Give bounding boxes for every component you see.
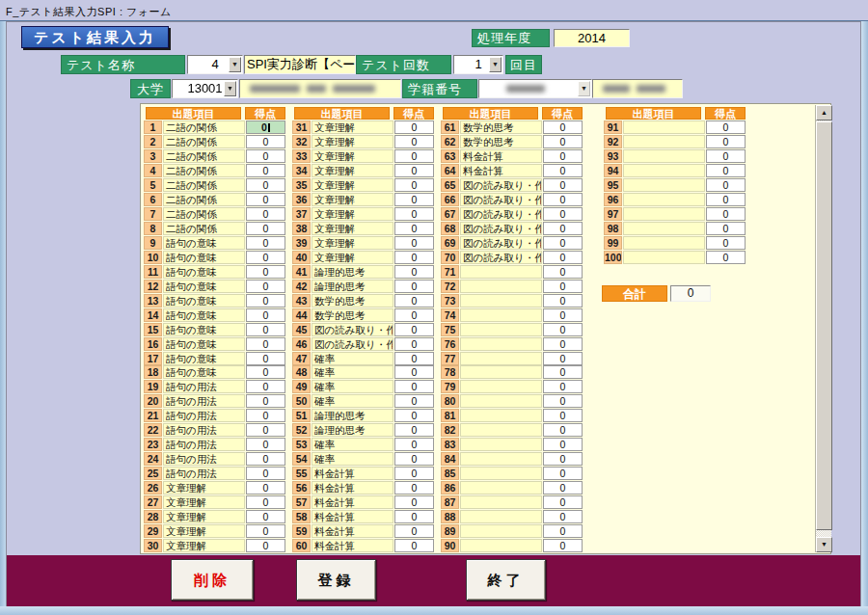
- item-cell[interactable]: [623, 222, 705, 235]
- item-cell[interactable]: 文章理解: [312, 178, 393, 192]
- score-cell[interactable]: 0: [246, 207, 285, 221]
- score-cell[interactable]: 0: [394, 323, 434, 336]
- item-cell[interactable]: [460, 323, 542, 336]
- item-cell[interactable]: 料金計算: [312, 467, 393, 480]
- item-cell[interactable]: 図の読み取り・作成: [460, 236, 542, 250]
- item-cell[interactable]: 二語の関係: [163, 149, 245, 163]
- score-cell[interactable]: 0: [246, 308, 285, 322]
- score-cell[interactable]: 0: [394, 394, 434, 408]
- item-cell[interactable]: 文章理解: [163, 510, 245, 523]
- score-cell[interactable]: 0: [246, 251, 285, 264]
- score-cell[interactable]: 0: [394, 236, 434, 250]
- score-cell[interactable]: 0: [543, 423, 583, 437]
- item-cell[interactable]: [460, 539, 542, 552]
- item-cell[interactable]: 語句の用法: [163, 409, 245, 422]
- item-cell[interactable]: 語句の意味: [163, 337, 245, 351]
- score-cell[interactable]: 0: [543, 352, 583, 365]
- score-cell[interactable]: 0: [246, 539, 285, 552]
- item-cell[interactable]: [623, 178, 705, 192]
- score-cell[interactable]: 0: [543, 164, 583, 177]
- score-cell[interactable]: 0: [246, 222, 285, 235]
- exit-button[interactable]: 終了: [466, 559, 546, 601]
- item-cell[interactable]: 文章理解: [163, 539, 245, 552]
- test-name-text[interactable]: SPI実力診断【ペーパーテス: [244, 55, 356, 74]
- score-cell[interactable]: 0: [394, 178, 434, 192]
- score-cell[interactable]: 0: [246, 409, 285, 422]
- score-cell[interactable]: 0: [706, 120, 746, 134]
- score-cell[interactable]: 0: [706, 222, 746, 235]
- score-cell[interactable]: 0: [394, 438, 434, 451]
- item-cell[interactable]: [623, 236, 705, 250]
- item-cell[interactable]: 語句の意味: [163, 365, 245, 379]
- student-name-field-redacted[interactable]: [592, 79, 683, 98]
- item-cell[interactable]: 文章理解: [312, 164, 393, 177]
- score-cell[interactable]: 0: [394, 308, 434, 322]
- score-cell[interactable]: 0: [394, 423, 434, 437]
- item-cell[interactable]: 二語の関係: [163, 178, 245, 192]
- chevron-down-icon[interactable]: ▼: [224, 81, 236, 96]
- item-cell[interactable]: [460, 337, 542, 351]
- score-cell[interactable]: 0: [246, 337, 285, 351]
- item-cell[interactable]: 二語の関係: [163, 164, 245, 177]
- item-cell[interactable]: 論理的思考: [312, 423, 393, 437]
- item-cell[interactable]: 文章理解: [163, 481, 245, 495]
- score-cell[interactable]: 0: [246, 481, 285, 495]
- score-cell[interactable]: 0: [394, 222, 434, 235]
- score-cell[interactable]: 0: [706, 236, 746, 250]
- item-cell[interactable]: 語句の用法: [163, 423, 245, 437]
- score-cell[interactable]: 0: [543, 467, 583, 480]
- item-cell[interactable]: 論理的思考: [312, 409, 393, 422]
- item-cell[interactable]: 数学的思考: [460, 135, 542, 148]
- item-cell[interactable]: 二語の関係: [163, 120, 245, 134]
- score-cell[interactable]: 0: [394, 337, 434, 351]
- score-cell[interactable]: 0: [543, 178, 583, 192]
- item-cell[interactable]: [460, 380, 542, 393]
- score-cell[interactable]: 0: [246, 352, 285, 365]
- item-cell[interactable]: 数学的思考: [312, 308, 393, 322]
- item-cell[interactable]: [623, 193, 705, 206]
- item-cell[interactable]: 料金計算: [460, 164, 542, 177]
- item-cell[interactable]: 論理的思考: [312, 265, 393, 279]
- score-cell[interactable]: 0: [543, 409, 583, 422]
- score-cell[interactable]: 0: [543, 193, 583, 206]
- score-cell[interactable]: 0: [246, 149, 285, 163]
- score-cell[interactable]: 0: [394, 380, 434, 393]
- score-cell[interactable]: 0: [246, 294, 285, 308]
- item-cell[interactable]: 文章理解: [312, 149, 393, 163]
- register-button[interactable]: 登録: [296, 559, 376, 601]
- score-cell[interactable]: 0: [543, 481, 583, 495]
- score-cell[interactable]: 0: [394, 251, 434, 264]
- item-cell[interactable]: 語句の意味: [163, 308, 245, 322]
- item-cell[interactable]: [460, 423, 542, 437]
- score-cell[interactable]: 0: [394, 164, 434, 177]
- item-cell[interactable]: [460, 294, 542, 308]
- item-cell[interactable]: 確率: [312, 452, 393, 466]
- item-cell[interactable]: 文章理解: [312, 222, 393, 235]
- score-cell[interactable]: 0: [543, 438, 583, 451]
- item-cell[interactable]: 確率: [312, 394, 393, 408]
- item-cell[interactable]: 数学的思考: [460, 120, 542, 134]
- score-cell[interactable]: 0: [543, 452, 583, 466]
- chevron-down-icon[interactable]: ▼: [578, 81, 590, 96]
- score-cell[interactable]: 0: [543, 365, 583, 379]
- item-cell[interactable]: 二語の関係: [163, 207, 245, 221]
- score-cell[interactable]: 0: [246, 178, 285, 192]
- score-cell[interactable]: 0: [394, 495, 434, 509]
- score-cell[interactable]: 0: [543, 380, 583, 393]
- chevron-down-icon[interactable]: ▼: [489, 57, 502, 72]
- item-cell[interactable]: 確率: [312, 380, 393, 393]
- score-cell[interactable]: 0: [543, 265, 583, 279]
- item-cell[interactable]: 料金計算: [312, 481, 393, 495]
- score-cell[interactable]: 0: [246, 280, 285, 293]
- item-cell[interactable]: [460, 308, 542, 322]
- item-cell[interactable]: 語句の用法: [163, 467, 245, 480]
- score-cell[interactable]: 0: [706, 207, 746, 221]
- score-cell[interactable]: 0: [246, 323, 285, 336]
- item-cell[interactable]: 確率: [312, 352, 393, 365]
- item-cell[interactable]: [460, 452, 542, 466]
- score-cell[interactable]: 0: [246, 380, 285, 393]
- item-cell[interactable]: 語句の意味: [163, 323, 245, 336]
- item-cell[interactable]: 文章理解: [312, 135, 393, 148]
- item-cell[interactable]: 料金計算: [312, 510, 393, 523]
- score-cell[interactable]: 0: [543, 135, 583, 148]
